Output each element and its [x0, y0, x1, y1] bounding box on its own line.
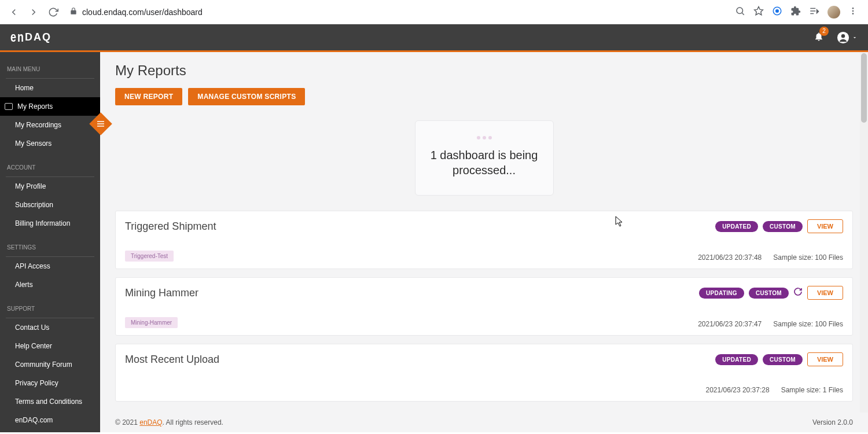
timestamp: 2021/06/23 20:37:28	[706, 386, 770, 394]
sidebar-item-terms[interactable]: Terms and Conditions	[0, 392, 100, 411]
profile-avatar[interactable]	[827, 6, 840, 19]
star-icon[interactable]	[753, 6, 764, 19]
sample-size: Sample size: 100 Files	[773, 320, 843, 328]
status-badge: CUSTOM	[749, 288, 789, 299]
sidebar-item-alerts[interactable]: Alerts	[0, 275, 100, 294]
app-header: enDAQ 2	[0, 24, 868, 52]
footer: © 2021 enDAQ. All rights reserved. Versi…	[100, 413, 868, 432]
reports-icon	[5, 103, 13, 110]
svg-point-0	[737, 8, 743, 14]
report-tag: Mining-Hammer	[125, 317, 178, 328]
svg-line-1	[742, 13, 744, 14]
loading-dots-icon	[427, 136, 542, 139]
notifications-button[interactable]: 2	[814, 31, 824, 44]
svg-point-9	[852, 8, 854, 9]
svg-point-13	[841, 34, 845, 38]
copyright-pre: © 2021	[115, 418, 139, 426]
sidebar: MAIN MENU Home My Reports My Recordings …	[0, 52, 100, 432]
forward-button[interactable]	[25, 4, 42, 20]
reading-list-icon[interactable]	[809, 6, 819, 19]
extensions-icon[interactable]	[790, 6, 801, 19]
svg-marker-8	[817, 9, 819, 13]
extension-circle-icon[interactable]	[772, 6, 782, 19]
report-title: Triggered Shipment	[125, 220, 216, 233]
sidebar-section-support: SUPPORT	[0, 302, 100, 315]
report-title: Mining Hammer	[125, 287, 198, 299]
timestamp: 2021/06/23 20:37:48	[698, 253, 762, 262]
zoom-icon[interactable]	[735, 6, 745, 19]
sidebar-item-home[interactable]: Home	[0, 79, 100, 97]
status-badge: UPDATED	[715, 221, 758, 232]
svg-point-11	[852, 13, 854, 14]
sidebar-section-main: MAIN MENU	[0, 62, 100, 76]
sidebar-item-my-profile[interactable]: My Profile	[0, 177, 100, 196]
sidebar-section-settings: SETTINGS	[0, 241, 100, 254]
report-card: Most Recent UploadUPDATEDCUSTOMVIEW2021/…	[115, 344, 853, 402]
logo[interactable]: enDAQ	[10, 31, 52, 43]
footer-link[interactable]: enDAQ	[139, 418, 162, 426]
sidebar-item-help-center[interactable]: Help Center	[0, 337, 100, 355]
back-button[interactable]	[6, 4, 22, 20]
sidebar-section-account: ACCOUNT	[0, 161, 100, 174]
page-title: My Reports	[115, 62, 853, 79]
copyright-post: . All rights reserved.	[163, 418, 223, 426]
sample-size: Sample size: 1 Files	[781, 386, 843, 394]
processing-message: 1 dashboard is being processed...	[427, 148, 542, 178]
report-title: Most Recent Upload	[125, 354, 219, 366]
report-card: Triggered ShipmentUPDATEDCUSTOMVIEWTrigg…	[115, 211, 853, 269]
view-button[interactable]: VIEW	[807, 219, 843, 233]
view-button[interactable]: VIEW	[807, 352, 843, 366]
status-badge: CUSTOM	[763, 354, 803, 365]
sidebar-item-community[interactable]: Community Forum	[0, 355, 100, 374]
status-badge: CUSTOM	[763, 221, 803, 232]
reload-button[interactable]	[45, 4, 61, 20]
user-menu[interactable]	[837, 31, 858, 44]
refresh-icon[interactable]	[793, 287, 803, 299]
sidebar-item-contact[interactable]: Contact Us	[0, 318, 100, 337]
report-tag: Triggered-Test	[125, 251, 174, 262]
manage-scripts-button[interactable]: MANAGE CUSTOM SCRIPTS	[188, 88, 305, 105]
sample-size: Sample size: 100 Files	[773, 253, 843, 262]
lock-icon	[69, 7, 78, 17]
notification-badge: 2	[819, 27, 829, 36]
svg-marker-2	[755, 6, 763, 14]
status-badge: UPDATING	[699, 288, 744, 299]
url-text[interactable]: cloud.endaq.com/user/dashboard	[82, 8, 203, 17]
new-report-button[interactable]: NEW REPORT	[115, 88, 182, 105]
sidebar-item-endaq-site[interactable]: enDAQ.com	[0, 411, 100, 429]
svg-point-4	[776, 9, 779, 12]
kebab-menu-icon[interactable]	[848, 6, 858, 18]
timestamp: 2021/06/23 20:37:47	[698, 320, 762, 328]
report-card: Mining HammerUPDATINGCUSTOMVIEWMining-Ha…	[115, 277, 853, 336]
processing-card: 1 dashboard is being processed...	[415, 120, 554, 196]
sidebar-item-my-reports[interactable]: My Reports	[0, 97, 100, 116]
sidebar-item-my-recordings[interactable]: My Recordings	[0, 116, 100, 134]
main-content: My Reports NEW REPORT MANAGE CUSTOM SCRI…	[100, 52, 868, 432]
version-text: Version 2.0.0	[812, 418, 853, 426]
browser-toolbar: cloud.endaq.com/user/dashboard	[0, 0, 868, 24]
sidebar-item-privacy[interactable]: Privacy Policy	[0, 374, 100, 392]
sidebar-item-billing[interactable]: Billing Information	[0, 214, 100, 233]
sidebar-item-my-sensors[interactable]: My Sensors	[0, 134, 100, 153]
sidebar-item-subscription[interactable]: Subscription	[0, 196, 100, 214]
view-button[interactable]: VIEW	[807, 286, 843, 300]
svg-point-10	[852, 10, 854, 12]
sidebar-item-api-access[interactable]: API Access	[0, 257, 100, 275]
scrollbar[interactable]	[860, 52, 868, 432]
status-badge: UPDATED	[715, 354, 758, 365]
